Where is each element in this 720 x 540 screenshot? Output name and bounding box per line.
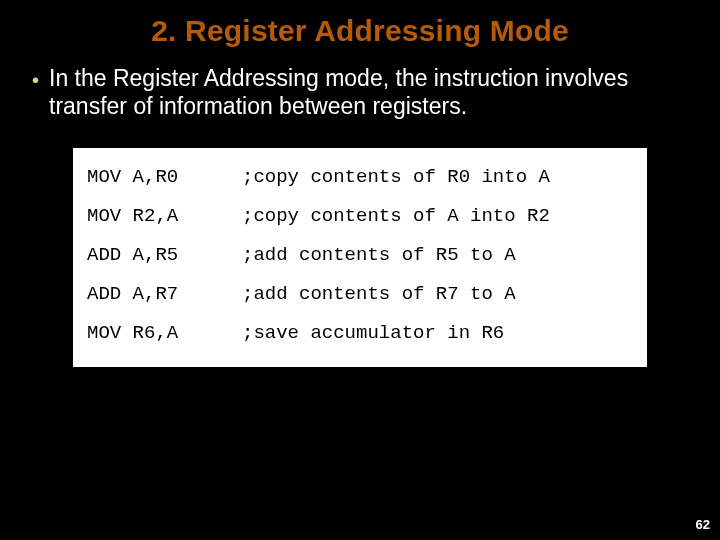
slide: 2. Register Addressing Mode • In the Reg…	[0, 0, 720, 540]
code-comment: ;copy contents of R0 into A	[242, 168, 550, 187]
code-row: MOV A,R0 ;copy contents of R0 into A	[87, 158, 633, 197]
slide-title: 2. Register Addressing Mode	[28, 14, 692, 48]
code-instruction: MOV A,R0	[87, 168, 242, 187]
code-comment: ;add contents of R5 to A	[242, 246, 516, 265]
bullet-icon: •	[32, 66, 39, 94]
code-instruction: MOV R2,A	[87, 207, 242, 226]
bullet-item: • In the Register Addressing mode, the i…	[28, 64, 692, 120]
code-row: ADD A,R5 ;add contents of R5 to A	[87, 236, 633, 275]
code-example-box: MOV A,R0 ;copy contents of R0 into A MOV…	[73, 148, 647, 367]
code-instruction: ADD A,R5	[87, 246, 242, 265]
code-comment: ;add contents of R7 to A	[242, 285, 516, 304]
code-instruction: MOV R6,A	[87, 324, 242, 343]
code-row: MOV R2,A ;copy contents of A into R2	[87, 197, 633, 236]
bullet-text: In the Register Addressing mode, the ins…	[49, 64, 688, 120]
page-number: 62	[696, 517, 710, 532]
code-row: MOV R6,A ;save accumulator in R6	[87, 314, 633, 353]
code-row: ADD A,R7 ;add contents of R7 to A	[87, 275, 633, 314]
code-comment: ;copy contents of A into R2	[242, 207, 550, 226]
code-comment: ;save accumulator in R6	[242, 324, 504, 343]
code-instruction: ADD A,R7	[87, 285, 242, 304]
